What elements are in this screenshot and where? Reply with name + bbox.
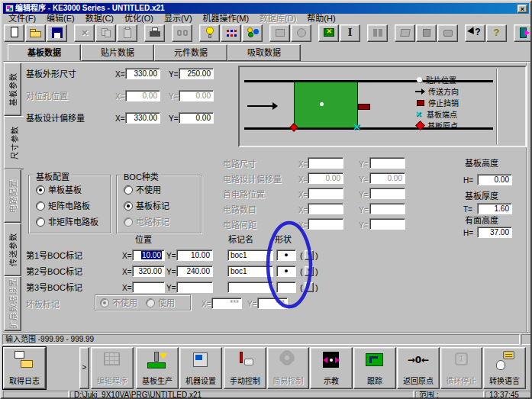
prefix: Y= bbox=[166, 268, 176, 277]
status-range: 范围 : bbox=[415, 391, 484, 399]
boc3-shape-field[interactable] bbox=[276, 282, 296, 293]
board-height-field[interactable]: 0.00 bbox=[477, 174, 512, 185]
menu-file[interactable]: 文件(F) bbox=[3, 14, 41, 24]
radio-icon bbox=[36, 201, 45, 211]
prefix: Y= bbox=[359, 206, 369, 215]
locating-hole-x-field: 0.00 bbox=[125, 90, 160, 101]
boc1-label: 第1号BOC标记 bbox=[26, 251, 82, 260]
hint-button[interactable] bbox=[199, 24, 220, 42]
boc1-y-field[interactable]: 10.00 bbox=[176, 249, 213, 261]
boc2-shape-field[interactable]: ● bbox=[276, 265, 296, 277]
boc1-x-field[interactable]: 10.00 bbox=[132, 249, 165, 261]
menu-view[interactable]: 显示(V) bbox=[159, 14, 198, 24]
board-offset-y-field[interactable]: 0.00 bbox=[179, 112, 214, 124]
expand-button[interactable]: > bbox=[79, 347, 89, 389]
component-bar-button[interactable] bbox=[340, 24, 360, 42]
bad-mark-y-field: *** bbox=[257, 298, 288, 309]
menu-edit[interactable]: 编辑(E) bbox=[41, 14, 80, 24]
optimize-button[interactable] bbox=[221, 24, 241, 42]
save-button[interactable] bbox=[47, 24, 67, 42]
switch-language-icon bbox=[493, 350, 516, 372]
board-size-y-prefix: Y= bbox=[169, 70, 179, 79]
boc2-y-field[interactable]: 240.00 bbox=[176, 265, 213, 277]
surface-height-field[interactable]: 37.00 bbox=[477, 227, 512, 238]
board-thickness-field[interactable]: 1.60 bbox=[477, 203, 512, 214]
boc1-name-field[interactable]: boc1 bbox=[227, 249, 273, 261]
option-boc-none[interactable]: 不使用 bbox=[124, 185, 161, 195]
menu-help[interactable]: 帮助(H) bbox=[301, 14, 340, 24]
radio-icon bbox=[124, 201, 133, 211]
boc1-shape-field[interactable]: ● bbox=[276, 249, 296, 261]
tab-component-data[interactable]: 元件数据 bbox=[154, 44, 227, 61]
circuit-count-x-field bbox=[308, 203, 343, 214]
get-log-button[interactable]: 取得日志 bbox=[3, 347, 46, 389]
optimize-dots-icon bbox=[225, 27, 237, 39]
trace-button[interactable]: 跟踪 bbox=[353, 347, 396, 389]
boc2-x-field[interactable]: 320.00 bbox=[132, 265, 165, 277]
board-size-y-field[interactable]: 250.00 bbox=[179, 68, 214, 79]
option-non-matrix-board[interactable]: 非矩阵电路板 bbox=[36, 217, 98, 227]
machine-setup-button[interactable]: 机器设置 bbox=[179, 347, 222, 389]
return-origin-button[interactable]: →0← 返回原点 bbox=[397, 347, 440, 389]
tab-placement-data[interactable]: 贴片数据 bbox=[81, 44, 154, 61]
radio-icon bbox=[36, 185, 45, 195]
paren: ( bbox=[300, 283, 303, 292]
tab-board-data[interactable]: 基板数据 bbox=[8, 44, 81, 61]
edit-program-icon bbox=[101, 350, 124, 372]
teach-button[interactable]: 示教 bbox=[310, 347, 353, 389]
search-parts-button bbox=[367, 24, 388, 42]
boc3-y-field[interactable] bbox=[176, 282, 213, 293]
title-bar[interactable]: 编辑程序 - KE3000 Series - UNTITLED.x21 × bbox=[3, 3, 529, 14]
close-button[interactable]: × bbox=[517, 5, 527, 13]
boc3-name-field[interactable] bbox=[227, 282, 273, 293]
option-bad-mark-on: 使用 bbox=[146, 298, 175, 307]
board-production-button[interactable]: 基板生产 bbox=[136, 347, 179, 389]
boc1-shape-button[interactable]: * bbox=[305, 250, 314, 260]
edit-c-button bbox=[437, 24, 458, 42]
side-tab-board-params[interactable]: 基板参数 bbox=[4, 63, 21, 116]
option-boc-board-mark[interactable]: 基板标记 bbox=[124, 201, 169, 211]
ibeam-icon bbox=[344, 27, 356, 39]
get-log-icon bbox=[13, 350, 36, 372]
legend-item: 基板原点 bbox=[417, 120, 458, 131]
transfer-direction-arrow bbox=[247, 105, 276, 107]
prefix: X= bbox=[298, 175, 308, 185]
exit-button[interactable] bbox=[514, 24, 532, 42]
legend-item: 传送方向 bbox=[415, 85, 459, 97]
prefix: X= bbox=[298, 160, 308, 169]
first-circuit-label: 首电路位置 bbox=[223, 190, 265, 199]
context-help-button[interactable] bbox=[465, 24, 485, 42]
boc2-shape-button[interactable]: * bbox=[305, 266, 314, 276]
option-single-board[interactable]: 单板基板 bbox=[36, 185, 82, 195]
tab-pickup-data[interactable]: 吸取数据 bbox=[227, 44, 301, 61]
board-size-x-field[interactable]: 330.00 bbox=[125, 68, 160, 79]
board-offset-x-field[interactable]: 330.00 bbox=[125, 112, 160, 124]
circuit-size-label: 电路尺寸 bbox=[223, 159, 256, 169]
menu-optimize[interactable]: 优化(O) bbox=[119, 14, 159, 24]
balance-button[interactable] bbox=[242, 24, 263, 42]
side-tab-transfer-params[interactable]: 传送参数 bbox=[4, 223, 21, 276]
board-height-label: 基板高度 bbox=[465, 159, 498, 168]
switch-language-button[interactable]: 转换语言 bbox=[483, 347, 526, 389]
board-mark-button[interactable] bbox=[318, 24, 339, 42]
option-matrix-board[interactable]: 矩阵电路板 bbox=[36, 201, 90, 211]
menu-data[interactable]: 数据(C) bbox=[80, 14, 119, 24]
circuit-pitch-x-field bbox=[308, 218, 343, 230]
binoculars-icon bbox=[176, 27, 189, 39]
boc3-shape-button[interactable] bbox=[305, 282, 314, 292]
manual-control-button[interactable]: 手动控制 bbox=[224, 347, 266, 389]
open-file-button[interactable] bbox=[25, 24, 46, 42]
print-button[interactable] bbox=[144, 24, 165, 42]
new-document-button[interactable] bbox=[4, 24, 24, 42]
help-button[interactable] bbox=[486, 24, 507, 42]
edit-b-icon bbox=[421, 27, 433, 39]
side-tab-size-params[interactable]: 尺寸参数 bbox=[4, 116, 24, 169]
teach-icon bbox=[320, 350, 343, 372]
boc-type-group: BOC种类 不使用 基板标记 电路标记 bbox=[116, 175, 202, 233]
copy-button bbox=[95, 24, 116, 42]
menu-machine-operation[interactable]: 机器操作(M) bbox=[198, 14, 255, 24]
boc2-name-field[interactable]: boc1 bbox=[227, 265, 273, 277]
circuit-size-x-field bbox=[308, 157, 343, 169]
cycle-stop-button: 循环停止 bbox=[440, 347, 482, 389]
boc3-x-field[interactable] bbox=[132, 282, 165, 293]
